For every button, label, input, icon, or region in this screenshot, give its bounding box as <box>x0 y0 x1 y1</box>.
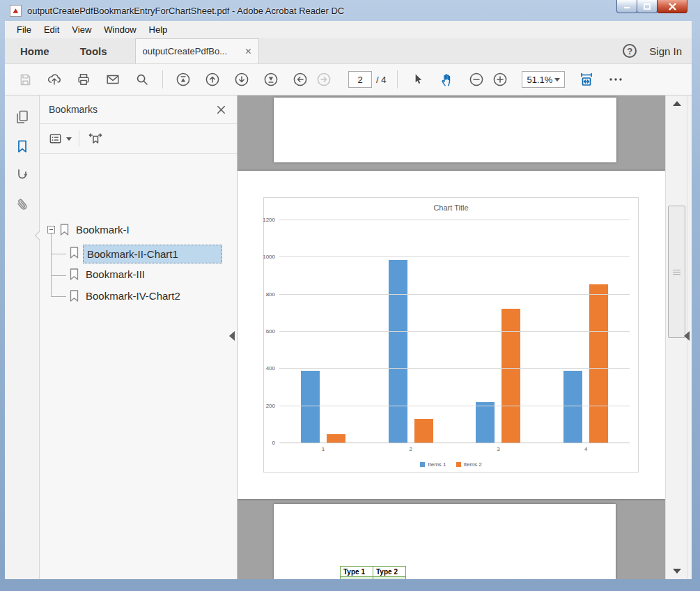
chart-plot <box>279 220 630 443</box>
previous-page-icon[interactable] <box>202 69 223 90</box>
page-total-label: / 4 <box>376 75 386 85</box>
minimize-button[interactable] <box>616 0 637 13</box>
collapse-panel-arrow-icon[interactable] <box>229 331 235 341</box>
help-icon[interactable]: ? <box>623 44 637 58</box>
attachments-icon[interactable] <box>13 196 31 214</box>
legend-swatch <box>420 462 425 467</box>
zoom-level-select[interactable]: 51.1% <box>522 71 565 88</box>
document-area[interactable]: Chart Title 020040060080010001200 1234 I… <box>238 95 692 579</box>
previous-view-icon[interactable] <box>290 69 311 90</box>
bookmark-item-selected-highlight[interactable]: Bookmark-II-Chart1 <box>83 245 222 263</box>
chart-bar-group <box>542 220 630 443</box>
chart-y-tick-label: 1000 <box>263 254 275 260</box>
page-thumbnails-icon[interactable] <box>13 108 31 126</box>
chart-legend: Items 1Items 2 <box>264 461 638 468</box>
chart-gridline <box>279 294 630 295</box>
scroll-down-icon[interactable] <box>673 569 681 574</box>
table-cell: 985 <box>373 577 406 580</box>
menu-edit[interactable]: Edit <box>38 22 65 38</box>
expand-current-bookmark-icon[interactable] <box>86 130 104 148</box>
tab-document[interactable]: outputCreatePdfBo... <box>135 38 259 63</box>
zoom-in-icon[interactable] <box>490 69 511 90</box>
next-view-icon[interactable] <box>313 69 334 90</box>
menu-help[interactable]: Help <box>143 22 174 38</box>
chart-y-tick-label: 0 <box>272 440 275 446</box>
close-button[interactable] <box>657 0 687 13</box>
chart-y-tick-label: 600 <box>266 328 275 335</box>
chart-bar <box>414 419 433 443</box>
window-title: outputCreatePdfBookmarkEntryForChartShee… <box>27 6 344 16</box>
email-icon[interactable] <box>102 69 123 90</box>
legend-label: Items 1 <box>428 461 446 468</box>
chart-bar <box>301 371 320 443</box>
bookmarks-panel-icon[interactable] <box>13 137 31 155</box>
hand-tool-icon[interactable] <box>437 69 458 90</box>
last-page-icon[interactable] <box>260 69 281 90</box>
chart-bar-group <box>279 220 367 443</box>
title-bar[interactable]: outputCreatePdfBookmarkEntryForChartShee… <box>0 0 700 21</box>
close-panel-icon[interactable] <box>215 103 227 116</box>
bookmark-label: Bookmark-I <box>76 224 130 236</box>
bookmark-item[interactable]: Bookmark-III <box>69 268 145 281</box>
table-header-cell: Type 2 <box>373 567 406 577</box>
scroll-up-icon[interactable] <box>673 101 681 106</box>
vertical-scrollbar[interactable] <box>665 95 692 579</box>
save-icon[interactable] <box>15 69 36 90</box>
collapse-minus-icon[interactable] <box>47 226 55 233</box>
chart-y-tick-label: 1200 <box>263 217 275 223</box>
tab-bar: Home Tools outputCreatePdfBo... ? Sign I… <box>5 38 692 64</box>
zoom-out-icon[interactable] <box>466 69 487 90</box>
page-number-input[interactable] <box>348 71 372 88</box>
pdf-page-2: Chart Title 020040060080010001200 1234 I… <box>238 171 665 499</box>
menu-window[interactable]: Window <box>98 22 142 38</box>
chart-bar-group <box>455 220 543 443</box>
chart-gridline <box>279 331 630 332</box>
chart-y-tick-label: 400 <box>266 365 275 371</box>
expand-tools-pane-arrow-icon[interactable] <box>684 331 690 341</box>
scrollbar-thumb[interactable] <box>668 206 685 338</box>
share-cloud-icon[interactable] <box>44 69 65 90</box>
chart-x-tick-label: 4 <box>542 446 630 454</box>
sign-in-button[interactable]: Sign In <box>649 45 682 57</box>
chart-y-tick-label: 800 <box>266 291 275 298</box>
chevron-down-icon <box>554 78 560 82</box>
maximize-button[interactable] <box>637 0 658 13</box>
bookmark-item[interactable]: Bookmark-IV-Chart2 <box>69 289 180 302</box>
chart-gridline <box>279 220 630 220</box>
bookmark-options-icon[interactable] <box>48 131 72 147</box>
navigation-sidebar <box>5 95 40 579</box>
chart-bar <box>589 284 608 443</box>
tab-tools[interactable]: Tools <box>65 38 123 63</box>
chart-gridline <box>279 443 630 443</box>
first-page-icon[interactable] <box>173 69 194 90</box>
chart-y-tick-label: 200 <box>266 403 275 409</box>
bookmark-label: Bookmark-IV-Chart2 <box>86 290 180 302</box>
menu-view[interactable]: View <box>65 22 98 38</box>
next-page-icon[interactable] <box>231 69 252 90</box>
bookmark-item-root[interactable]: Bookmark-I <box>47 223 130 236</box>
document-tab-close-icon[interactable] <box>245 46 251 56</box>
search-icon[interactable] <box>132 69 153 90</box>
legend-label: Items 2 <box>464 461 482 468</box>
chart-gridline <box>279 406 630 406</box>
table-header-cell: Type 1 <box>341 567 373 577</box>
chart-bar <box>563 371 582 443</box>
chart-x-axis: 1234 <box>279 446 630 454</box>
tab-home[interactable]: Home <box>5 38 65 63</box>
bookmark-icon <box>69 268 79 281</box>
more-tools-icon[interactable] <box>605 69 626 90</box>
fit-width-icon[interactable] <box>576 69 597 90</box>
bookmarks-tree: Bookmark-I Bookmark-II-Chart1 Bookma <box>40 154 237 579</box>
chart-legend-item: Items 2 <box>456 461 482 468</box>
select-tool-icon[interactable] <box>407 69 428 90</box>
destinations-icon[interactable] <box>13 167 31 185</box>
table-cell: 390 <box>341 577 373 580</box>
chart-gridline <box>279 368 630 369</box>
chart-gridline <box>279 256 630 257</box>
data-table: Type 1 Type 2 390 985 <box>340 566 406 579</box>
pdf-page-3: Type 1 Type 2 390 985 <box>274 504 616 579</box>
print-icon[interactable] <box>73 69 94 90</box>
chart-title: Chart Title <box>264 204 638 212</box>
menu-file[interactable]: File <box>10 22 38 38</box>
bookmark-icon <box>69 246 79 259</box>
